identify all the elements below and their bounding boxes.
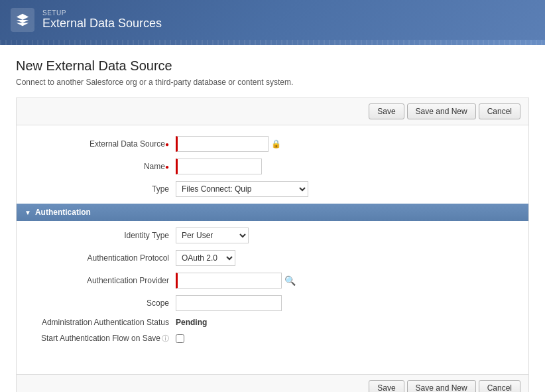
name-input[interactable] (176, 159, 262, 174)
save-button-top[interactable]: Save (369, 103, 404, 119)
page-description: Connect to another Salesforce org or a t… (16, 78, 529, 87)
external-data-source-row: External Data Source● 🔒 (17, 136, 528, 152)
scope-row: Scope (17, 295, 528, 311)
start-auth-flow-checkbox-wrapper (176, 334, 184, 343)
bottom-toolbar: Save Save and New Cancel (17, 374, 528, 392)
page-heading: New External Data Source (16, 58, 529, 74)
identity-type-row: Identity Type Per User Named Principal (17, 228, 528, 243)
form-fields: External Data Source● 🔒 Name● T (17, 125, 528, 361)
admin-auth-status-label: Administration Authentication Status (30, 318, 176, 327)
authentication-protocol-label: Authentication Protocol (30, 253, 176, 263)
type-label: Type (30, 184, 176, 194)
scope-input-wrapper (176, 295, 282, 311)
start-auth-flow-checkbox[interactable] (176, 334, 184, 343)
authentication-protocol-row: Authentication Protocol OAuth 2.0 Passwo… (17, 250, 528, 266)
save-and-new-button-top[interactable]: Save and New (407, 103, 476, 119)
top-toolbar: Save Save and New Cancel (17, 98, 528, 125)
cancel-button-top[interactable]: Cancel (479, 103, 520, 119)
start-auth-flow-label: Start Authentication Flow on Saveⓘ (30, 334, 176, 344)
external-data-source-label: External Data Source● (30, 139, 176, 149)
header-page-title: External Data Sources (42, 17, 162, 31)
setup-label: SETUP (42, 9, 162, 17)
external-data-source-info-icon: 🔒 (271, 139, 281, 149)
start-auth-flow-row: Start Authentication Flow on Saveⓘ (17, 334, 528, 344)
main-content: New External Data Source Connect to anot… (0, 45, 545, 392)
scope-label: Scope (30, 298, 176, 308)
header-text-block: SETUP External Data Sources (42, 9, 162, 31)
admin-auth-status-value-wrapper: Pending (176, 318, 207, 327)
page-header: SETUP External Data Sources (0, 0, 545, 40)
name-required-mark: ● (165, 163, 169, 170)
identity-type-input-wrapper: Per User Named Principal (176, 228, 249, 243)
authentication-provider-input-wrapper: 🔍 (176, 273, 296, 289)
admin-auth-status-row: Administration Authentication Status Pen… (17, 318, 528, 327)
external-data-source-input[interactable] (176, 136, 269, 152)
app-icon (11, 8, 34, 32)
type-input-wrapper: Files Connect: Quip Files Connect: Share… (176, 181, 308, 197)
start-auth-flow-info-icon: ⓘ (162, 334, 169, 342)
identity-type-select[interactable]: Per User Named Principal (176, 228, 249, 243)
scope-input[interactable] (176, 295, 282, 311)
name-input-wrapper (176, 159, 262, 174)
authentication-protocol-select[interactable]: OAuth 2.0 Password No Authentication (176, 250, 235, 266)
name-label: Name● (30, 162, 176, 171)
cancel-button-bottom[interactable]: Cancel (479, 380, 520, 392)
authentication-section-title: Authentication (35, 208, 91, 217)
type-select[interactable]: Files Connect: Quip Files Connect: Share… (176, 181, 308, 197)
authentication-provider-row: Authentication Provider 🔍 (17, 273, 528, 289)
authentication-protocol-input-wrapper: OAuth 2.0 Password No Authentication (176, 250, 235, 266)
provider-lookup-icon[interactable]: 🔍 (284, 275, 296, 286)
required-mark: ● (165, 141, 169, 148)
type-row: Type Files Connect: Quip Files Connect: … (17, 181, 528, 197)
external-data-source-input-wrapper: 🔒 (176, 136, 281, 152)
toggle-icon: ▼ (25, 209, 31, 216)
name-row: Name● (17, 159, 528, 174)
save-button-bottom[interactable]: Save (369, 380, 404, 392)
admin-auth-status-value: Pending (176, 318, 207, 327)
form-container: Save Save and New Cancel External Data S… (16, 98, 529, 392)
save-and-new-button-bottom[interactable]: Save and New (407, 380, 476, 392)
identity-type-label: Identity Type (30, 231, 176, 240)
authentication-provider-label: Authentication Provider (30, 276, 176, 285)
layers-icon (15, 13, 30, 27)
authentication-section-header[interactable]: ▼ Authentication (17, 204, 528, 221)
authentication-provider-input[interactable] (176, 273, 282, 289)
header-stripe (0, 40, 545, 45)
